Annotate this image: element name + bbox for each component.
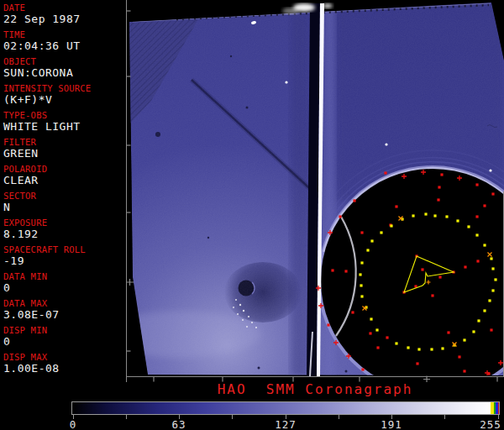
field-label: DISP MAX bbox=[3, 352, 126, 362]
field-value: N bbox=[3, 201, 126, 213]
image-title: HAO SMM Coronagraph bbox=[126, 381, 504, 396]
field-label: FILTER bbox=[3, 137, 126, 147]
field-value: GREEN bbox=[3, 147, 126, 160]
field-value: 3.08E-07 bbox=[3, 308, 126, 321]
colorbar-tick-label: 0 bbox=[70, 418, 77, 430]
field-value: 02:04:36 UT bbox=[3, 39, 126, 52]
field-label: DATA MAX bbox=[3, 298, 126, 308]
colorbar-tick-label: 255 bbox=[480, 418, 501, 430]
field-label: DATA MIN bbox=[3, 271, 126, 281]
colorbar-end-stripe bbox=[498, 402, 500, 414]
colorbar-tick-label: 63 bbox=[171, 418, 186, 430]
metadata-field: SECTORN bbox=[3, 191, 126, 213]
metadata-field: DATE22 Sep 1987 bbox=[3, 3, 126, 25]
field-label: SECTOR bbox=[3, 191, 126, 201]
coronagraph-image bbox=[126, 0, 504, 382]
coronagraph-viewer-window: { "sidebar": { "label_color": "#e01616",… bbox=[0, 0, 504, 430]
colorbar-tick-label: 191 bbox=[381, 418, 402, 430]
field-label: INTENSITY SOURCE bbox=[3, 83, 126, 93]
field-label: POLAROID bbox=[3, 164, 126, 174]
coronagraph-canvas bbox=[126, 0, 504, 382]
colorbar-labels: 063127191255 bbox=[0, 418, 504, 430]
field-value: 0 bbox=[3, 281, 126, 294]
field-value: 8.192 bbox=[3, 228, 126, 240]
field-label: OBJECT bbox=[3, 56, 126, 66]
metadata-field: TYPE-OBSWHITE LIGHT bbox=[3, 110, 126, 133]
metadata-field: DATA MAX3.08E-07 bbox=[3, 298, 126, 321]
field-label: EXPOSURE bbox=[3, 218, 126, 228]
metadata-field: OBJECTSUN:CORONA bbox=[3, 56, 126, 79]
field-label: DISP MIN bbox=[3, 325, 126, 335]
field-value: WHITE LIGHT bbox=[3, 120, 126, 133]
field-value: (K+F)*V bbox=[3, 93, 126, 106]
metadata-field: FILTERGREEN bbox=[3, 137, 126, 160]
metadata-field: POLAROIDCLEAR bbox=[3, 164, 126, 186]
field-value: 22 Sep 1987 bbox=[3, 13, 126, 25]
field-label: SPACECRAFT ROLL bbox=[3, 244, 126, 254]
field-value: 0 bbox=[3, 335, 126, 348]
metadata-field: DATA MIN0 bbox=[3, 271, 126, 294]
metadata-field: DISP MAX1.00E-08 bbox=[3, 352, 126, 375]
field-label: DATE bbox=[3, 3, 126, 13]
field-value: 1.00E-08 bbox=[3, 362, 126, 375]
metadata-field: TIME02:04:36 UT bbox=[3, 29, 126, 52]
field-value: -19 bbox=[3, 254, 126, 267]
field-value: SUN:CORONA bbox=[3, 66, 126, 79]
metadata-field: EXPOSURE8.192 bbox=[3, 218, 126, 240]
metadata-sidebar: DATE22 Sep 1987TIME02:04:36 UTOBJECTSUN:… bbox=[0, 0, 126, 382]
metadata-field: DISP MIN0 bbox=[3, 325, 126, 348]
colorbar-tick-label: 127 bbox=[275, 418, 297, 430]
field-label: TYPE-OBS bbox=[3, 110, 126, 120]
metadata-field: SPACECRAFT ROLL-19 bbox=[3, 244, 126, 267]
field-label: TIME bbox=[3, 29, 126, 39]
field-value: CLEAR bbox=[3, 174, 126, 186]
metadata-field: INTENSITY SOURCE(K+F)*V bbox=[3, 83, 126, 106]
intensity-colorbar bbox=[71, 401, 500, 415]
